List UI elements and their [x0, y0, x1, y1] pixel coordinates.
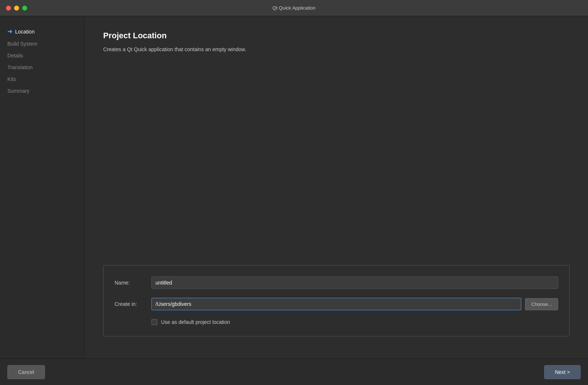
close-button[interactable]: [6, 6, 11, 11]
maximize-button[interactable]: [22, 6, 27, 11]
create-in-input[interactable]: [151, 298, 521, 310]
name-label: Name:: [115, 280, 151, 286]
name-input[interactable]: [151, 276, 558, 289]
title-bar: Qt Quick Application: [0, 0, 588, 16]
arrow-right-icon: ➜: [7, 28, 12, 35]
minimize-button[interactable]: [14, 6, 19, 11]
page-description: Creates a Qt Quick application that cont…: [103, 46, 570, 52]
sidebar-item-location-label: Location: [15, 29, 35, 35]
sidebar-item-kits-label: Kits: [7, 76, 16, 82]
sidebar-item-summary-label: Summary: [7, 88, 29, 94]
window-controls: [6, 6, 27, 11]
page-title: Project Location: [103, 31, 570, 40]
cancel-button[interactable]: Cancel: [7, 365, 45, 379]
checkbox-label: Use as default project location: [161, 319, 230, 325]
sidebar-item-build-system[interactable]: Build System: [0, 38, 84, 50]
sidebar-item-summary[interactable]: Summary: [0, 85, 84, 97]
next-button[interactable]: Next >: [544, 365, 581, 379]
sidebar-item-details[interactable]: Details: [0, 50, 84, 61]
create-in-label: Create in:: [115, 301, 151, 307]
main-area: ➜ Location Build System Details Translat…: [0, 16, 588, 358]
content-area: Project Location Creates a Qt Quick appl…: [85, 16, 588, 358]
sidebar-item-details-label: Details: [7, 53, 23, 59]
footer: Cancel Next >: [0, 358, 588, 385]
sidebar: ➜ Location Build System Details Translat…: [0, 16, 85, 358]
sidebar-item-build-system-label: Build System: [7, 41, 38, 47]
form-section: Name: Create in: Choose... Use as defaul…: [103, 265, 570, 336]
sidebar-item-translation-label: Translation: [7, 64, 33, 70]
default-location-checkbox[interactable]: [151, 319, 157, 325]
choose-button[interactable]: Choose...: [525, 298, 558, 310]
content-spacer: [103, 67, 570, 265]
sidebar-item-translation[interactable]: Translation: [0, 61, 84, 73]
sidebar-item-kits[interactable]: Kits: [0, 73, 84, 85]
window-title: Qt Quick Application: [272, 5, 315, 11]
create-in-row: Create in: Choose...: [115, 298, 558, 310]
checkbox-row: Use as default project location: [115, 319, 558, 325]
sidebar-item-location[interactable]: ➜ Location: [0, 25, 84, 38]
name-row: Name:: [115, 276, 558, 289]
